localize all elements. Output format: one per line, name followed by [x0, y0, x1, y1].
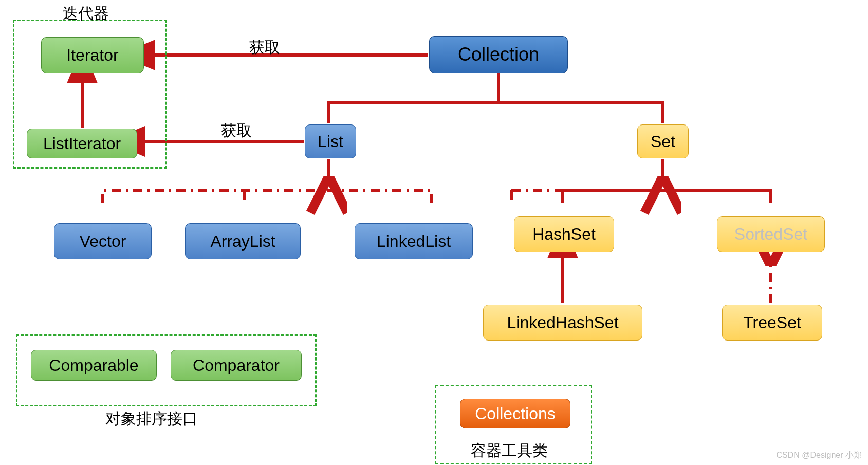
node-linkedhashset-label: LinkedHashSet: [507, 313, 618, 332]
node-linkedlist: LinkedList: [355, 223, 473, 259]
watermark: CSDN @Designer 小郑: [777, 450, 862, 461]
node-iterator: Iterator: [41, 37, 144, 73]
node-arraylist: ArrayList: [185, 223, 301, 259]
node-comparable: Comparable: [31, 350, 157, 381]
sort-group-label: 对象排序接口: [105, 408, 198, 430]
node-iterator-label: Iterator: [66, 46, 118, 65]
node-set: Set: [637, 124, 689, 158]
node-listiterator-label: ListIterator: [43, 134, 121, 153]
node-treeset-label: TreeSet: [743, 313, 801, 332]
node-collections: Collections: [460, 399, 570, 428]
node-collection: Collection: [429, 36, 568, 73]
node-treeset: TreeSet: [722, 305, 822, 341]
tool-group-label: 容器工具类: [471, 440, 548, 461]
iterator-group-label: 迭代器: [63, 3, 109, 24]
node-comparator: Comparator: [171, 350, 302, 381]
node-vector: Vector: [54, 223, 152, 259]
obtain-label-1: 获取: [249, 37, 280, 58]
node-linkedlist-label: LinkedList: [377, 232, 451, 251]
edge-list-children-bar: [103, 190, 432, 203]
obtain-label-2: 获取: [221, 120, 252, 141]
node-set-label: Set: [651, 132, 675, 151]
node-hashset: HashSet: [514, 216, 614, 252]
node-list: List: [305, 124, 356, 158]
node-listiterator: ListIterator: [27, 129, 137, 158]
node-linkedhashset: LinkedHashSet: [483, 305, 642, 341]
node-hashset-label: HashSet: [532, 225, 596, 244]
node-arraylist-label: ArrayList: [210, 232, 275, 251]
node-vector-label: Vector: [80, 232, 126, 251]
node-sortedset: SortedSet: [717, 216, 825, 252]
node-collection-label: Collection: [458, 44, 539, 65]
edge-set-children-bar: [563, 190, 771, 203]
edge-collection-list: [329, 73, 498, 123]
node-list-label: List: [318, 132, 343, 151]
node-collections-label: Collections: [475, 404, 556, 423]
node-comparable-label: Comparable: [49, 356, 138, 375]
edge-collection-set: [498, 73, 663, 123]
node-sortedset-label: SortedSet: [734, 225, 807, 244]
node-comparator-label: Comparator: [193, 356, 280, 375]
